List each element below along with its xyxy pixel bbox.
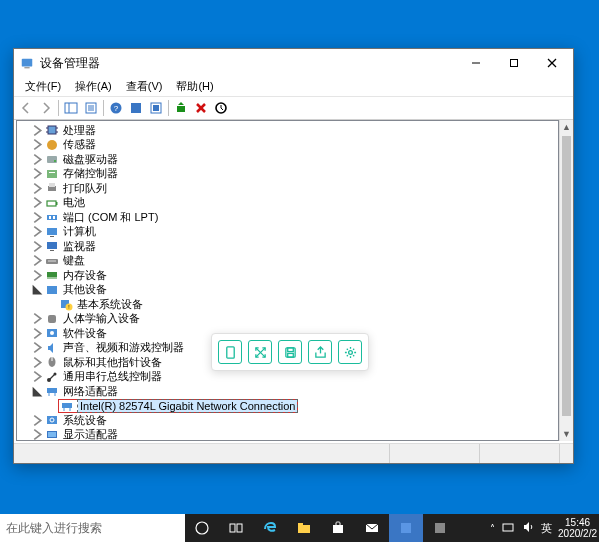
cortana-icon[interactable] (185, 514, 219, 542)
tray-volume-icon[interactable] (521, 520, 535, 536)
help-button[interactable]: ? (106, 98, 126, 118)
close-button[interactable] (533, 51, 571, 75)
expand-arrow-icon[interactable] (31, 312, 44, 325)
tree-node[interactable]: 人体学输入设备 (17, 312, 558, 327)
svg-rect-30 (49, 172, 55, 173)
overlay-settings-icon[interactable] (338, 340, 362, 364)
screenshot-overlay-toolbar[interactable] (211, 333, 369, 371)
menu-help[interactable]: 帮助(H) (169, 77, 220, 96)
tree-node[interactable]: !基本系统设备 (17, 297, 558, 312)
expand-arrow-icon[interactable] (31, 385, 44, 398)
update-driver-button[interactable] (171, 98, 191, 118)
expand-arrow-icon[interactable] (31, 138, 44, 151)
svg-rect-21 (48, 126, 56, 134)
storage-icon (44, 167, 60, 181)
explorer-icon[interactable] (287, 514, 321, 542)
uninstall-button[interactable] (191, 98, 211, 118)
tree-node[interactable]: 键盘 (17, 254, 558, 269)
expand-arrow-icon[interactable] (31, 182, 44, 195)
task-view-icon[interactable] (219, 514, 253, 542)
expand-arrow-icon[interactable] (31, 283, 44, 296)
svg-rect-27 (47, 156, 57, 163)
taskbar-search[interactable]: 在此键入进行搜索 (0, 514, 185, 542)
tree-node[interactable]: 磁盘驱动器 (17, 152, 558, 167)
tree-node[interactable]: 电池 (17, 196, 558, 211)
scroll-thumb[interactable] (562, 136, 571, 416)
scan-hardware-button[interactable] (211, 98, 231, 118)
expand-arrow-icon[interactable] (31, 370, 44, 383)
forward-button[interactable] (36, 98, 56, 118)
overlay-expand-icon[interactable] (248, 340, 272, 364)
tree-node[interactable]: 网络适配器 (17, 384, 558, 399)
tree-node[interactable]: 传感器 (17, 138, 558, 153)
tree-node[interactable]: 系统设备 (17, 413, 558, 428)
tree-node[interactable]: 显示适配器 (17, 428, 558, 442)
tree-node[interactable]: 通用串行总线控制器 (17, 370, 558, 385)
computer-icon (44, 225, 60, 239)
expand-arrow-icon[interactable] (31, 196, 44, 209)
taskbar-app-1[interactable] (389, 514, 423, 542)
menu-file[interactable]: 文件(F) (18, 77, 68, 96)
overlay-device-icon[interactable] (218, 340, 242, 364)
svg-rect-87 (401, 523, 411, 533)
store-icon[interactable] (321, 514, 355, 542)
tree-node[interactable]: 存储控制器 (17, 167, 558, 182)
tree-node[interactable]: 其他设备 (17, 283, 558, 298)
tray-network-icon[interactable] (501, 520, 515, 536)
expand-arrow-icon[interactable] (31, 327, 44, 340)
expand-arrow-icon[interactable] (31, 341, 44, 354)
properties-button[interactable] (81, 98, 101, 118)
other-icon (44, 283, 60, 297)
expand-arrow-icon[interactable] (31, 211, 44, 224)
svg-rect-35 (47, 215, 57, 220)
device-tree[interactable]: 处理器传感器磁盘驱动器存储控制器打印队列电池端口 (COM 和 LPT)计算机监… (16, 120, 559, 441)
taskbar[interactable]: 在此键入进行搜索 ˄ 英 15:46 2020/2/2 (0, 514, 599, 542)
maximize-button[interactable] (495, 51, 533, 75)
keyboard-icon (44, 254, 60, 268)
mail-icon[interactable] (355, 514, 389, 542)
edge-icon[interactable] (253, 514, 287, 542)
titlebar[interactable]: 设备管理器 (14, 49, 573, 77)
menu-view[interactable]: 查看(V) (119, 77, 170, 96)
show-hide-tree-button[interactable] (61, 98, 81, 118)
taskbar-clock[interactable]: 15:46 2020/2/2 (558, 517, 597, 539)
svg-point-26 (47, 140, 57, 150)
expand-arrow-icon[interactable] (31, 124, 44, 137)
tree-node[interactable]: 端口 (COM 和 LPT) (17, 210, 558, 225)
tree-node[interactable]: Intel(R) 82574L Gigabit Network Connecti… (17, 399, 558, 414)
svg-rect-44 (47, 272, 57, 277)
taskbar-app-2[interactable] (423, 514, 457, 542)
scroll-down-button[interactable]: ▼ (560, 427, 573, 441)
device-warn-icon: ! (58, 297, 74, 311)
back-button[interactable] (16, 98, 36, 118)
minimize-button[interactable] (457, 51, 495, 75)
expand-arrow-icon[interactable] (31, 240, 44, 253)
expand-arrow-icon[interactable] (31, 356, 44, 369)
expand-arrow-icon[interactable] (31, 153, 44, 166)
tree-node-label: 内存设备 (63, 268, 107, 283)
tray-chevron-icon[interactable]: ˄ (490, 523, 495, 534)
svg-rect-77 (287, 347, 293, 351)
expand-arrow-icon[interactable] (31, 225, 44, 238)
tree-node[interactable]: 监视器 (17, 239, 558, 254)
vertical-scrollbar[interactable]: ▲ ▼ (559, 120, 573, 441)
expand-arrow-icon[interactable] (31, 254, 44, 267)
overlay-share-icon[interactable] (308, 340, 332, 364)
tree-node[interactable]: 内存设备 (17, 268, 558, 283)
overlay-save-icon[interactable] (278, 340, 302, 364)
expand-arrow-icon[interactable] (31, 269, 44, 282)
scroll-up-button[interactable]: ▲ (560, 120, 573, 134)
tree-node[interactable]: 处理器 (17, 123, 558, 138)
view-by-connection-button[interactable] (146, 98, 166, 118)
ime-indicator[interactable]: 英 (541, 521, 552, 536)
search-placeholder: 在此键入进行搜索 (6, 520, 102, 537)
tree-node[interactable]: 计算机 (17, 225, 558, 240)
view-by-type-button[interactable] (126, 98, 146, 118)
tree-node[interactable]: 打印队列 (17, 181, 558, 196)
expand-arrow-icon[interactable] (31, 428, 44, 441)
menu-action[interactable]: 操作(A) (68, 77, 119, 96)
tree-node-label: 显示适配器 (63, 427, 118, 441)
expand-arrow-icon[interactable] (31, 414, 44, 427)
expand-arrow-icon[interactable] (31, 167, 44, 180)
system-tray[interactable]: ˄ 英 15:46 2020/2/2 (490, 514, 599, 542)
